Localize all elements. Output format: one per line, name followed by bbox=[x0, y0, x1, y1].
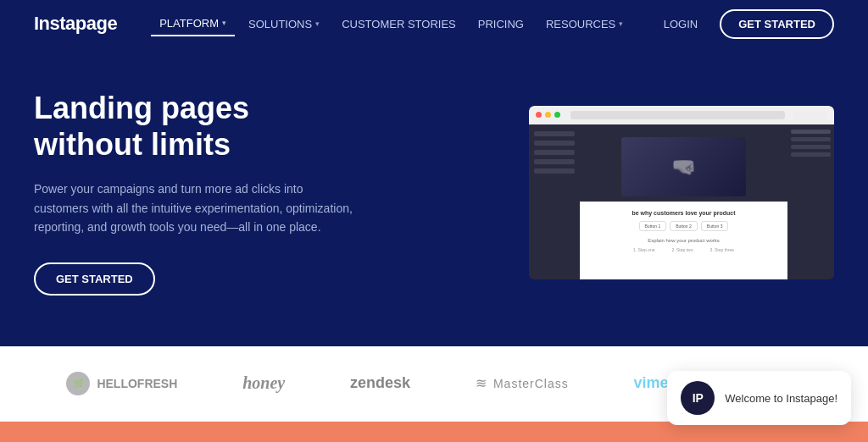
ssl-buttons: Button 1 Button 2 Button 3 bbox=[588, 221, 779, 231]
screenshot-topbar bbox=[529, 106, 834, 124]
ssl-step-1: 1. Step one bbox=[633, 247, 655, 252]
zendesk-text: zendesk bbox=[350, 374, 410, 392]
chat-avatar: IP bbox=[681, 381, 715, 415]
nav-item-platform[interactable]: PLATFORM ▾ bbox=[151, 12, 235, 36]
window-maximize-dot bbox=[554, 112, 560, 118]
panel-item bbox=[791, 145, 831, 149]
logo-hellofresh: 🌿 HELLOFRESH bbox=[66, 372, 177, 395]
browser-controls bbox=[793, 111, 827, 119]
nav-item-customer-stories[interactable]: CUSTOMER STORIES bbox=[333, 13, 465, 36]
chat-message: Welcome to Instapage! bbox=[725, 392, 837, 405]
logo-masterclass: ≋ MasterClass bbox=[476, 375, 569, 391]
panel-item bbox=[791, 137, 831, 141]
hero-screenshot: 🤜 Preview be why customers love your pro… bbox=[529, 106, 834, 279]
nav-item-pricing[interactable]: PRICING bbox=[470, 13, 532, 36]
nav-item-solutions[interactable]: SOLUTIONS ▾ bbox=[240, 13, 328, 36]
panel-item bbox=[791, 130, 831, 134]
window-minimize-dot bbox=[545, 112, 551, 118]
hand-icon: 🤜 bbox=[671, 155, 697, 179]
ss-sidebar-item bbox=[534, 150, 575, 155]
hero-content: Landing pages without limits Power your … bbox=[34, 90, 356, 296]
screenshot-body: 🤜 Preview be why customers love your pro… bbox=[529, 124, 834, 279]
chevron-down-icon: ▾ bbox=[315, 19, 320, 28]
window-close-dot bbox=[536, 112, 542, 118]
login-button[interactable]: LOGIN bbox=[655, 13, 706, 36]
get-started-hero-button[interactable]: GET STARTED bbox=[34, 262, 155, 296]
nav-item-resources[interactable]: RESOURCES ▾ bbox=[537, 13, 632, 36]
hero-subtitle: Power your campaigns and turn more ad cl… bbox=[34, 180, 356, 236]
ssl-title: be why customers love your product bbox=[588, 210, 779, 216]
screenshot-container: 🤜 Preview be why customers love your pro… bbox=[529, 106, 834, 279]
screenshot-sidebar bbox=[529, 124, 580, 279]
ssl-steps: 1. Step one 2. Step two 3. Step three bbox=[588, 247, 779, 252]
ssl-subtitle: Explain how your product works bbox=[588, 238, 779, 243]
hellofresh-icon: 🌿 bbox=[66, 372, 90, 395]
ssl-step-3: 3. Step three bbox=[709, 247, 734, 252]
ssl-step-2: 2. Step two bbox=[671, 247, 693, 252]
honey-text: honey bbox=[242, 373, 285, 393]
ssl-btn: Button 1 bbox=[639, 221, 667, 231]
masterclass-text: MasterClass bbox=[493, 377, 569, 390]
hero-section: Landing pages without limits Power your … bbox=[0, 47, 868, 346]
address-bar bbox=[570, 111, 785, 119]
ss-sidebar-item bbox=[534, 131, 575, 136]
get-started-nav-button[interactable]: GET STARTED bbox=[720, 9, 834, 39]
logo-honey: honey bbox=[242, 373, 285, 393]
ssl-btn: Button 2 bbox=[670, 221, 698, 231]
masterclass-icon: ≋ bbox=[476, 375, 487, 391]
hero-title: Landing pages without limits bbox=[34, 90, 356, 163]
chat-bubble[interactable]: IP Welcome to Instapage! bbox=[667, 371, 851, 425]
chevron-down-icon: ▾ bbox=[619, 19, 623, 28]
ss-sidebar-item bbox=[534, 169, 575, 174]
navbar: Instapage PLATFORM ▾ SOLUTIONS ▾ CUSTOME… bbox=[0, 0, 868, 47]
screenshot-image-area: 🤜 bbox=[580, 124, 787, 210]
nav-menu: PLATFORM ▾ SOLUTIONS ▾ CUSTOMER STORIES … bbox=[151, 12, 655, 36]
ss-image-placeholder: 🤜 bbox=[621, 137, 746, 196]
screenshot-lower: be why customers love your product Butto… bbox=[580, 202, 787, 279]
screenshot-main: 🤜 Preview be why customers love your pro… bbox=[580, 124, 787, 279]
navbar-actions: LOGIN GET STARTED bbox=[655, 9, 834, 39]
ssl-btn: Button 3 bbox=[701, 221, 729, 231]
panel-item bbox=[791, 152, 831, 157]
chevron-down-icon: ▾ bbox=[222, 19, 226, 27]
logo[interactable]: Instapage bbox=[34, 13, 117, 35]
hellofresh-text: HELLOFRESH bbox=[97, 377, 177, 390]
screenshot-right-panel bbox=[787, 124, 834, 279]
ss-sidebar-item bbox=[534, 159, 575, 164]
logo-zendesk: zendesk bbox=[350, 374, 410, 392]
ss-sidebar-item bbox=[534, 141, 575, 146]
